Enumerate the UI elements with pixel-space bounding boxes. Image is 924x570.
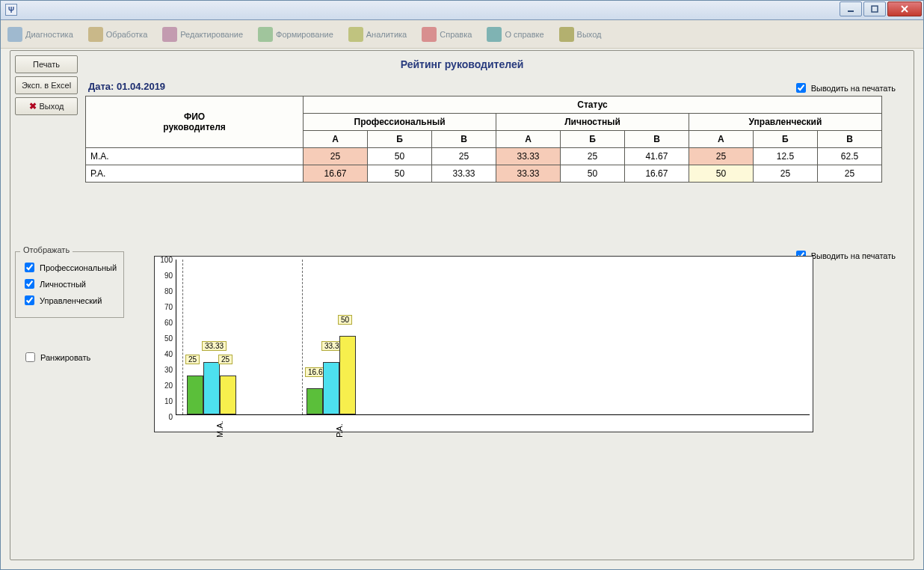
- x-tick-label: Р.А.: [335, 423, 344, 438]
- toolbar-icon: [258, 27, 273, 42]
- x-tick-label: М.А.: [215, 420, 224, 438]
- rank-toggle[interactable]: Ранжировать: [22, 350, 90, 364]
- chart-separator: [182, 260, 183, 414]
- bar-chart: 0102030405060708090100 2533.332516.6733.…: [154, 256, 813, 432]
- minimize-button[interactable]: [840, 1, 862, 16]
- display-filter[interactable]: Личностный: [22, 277, 119, 291]
- y-tick: 60: [155, 319, 176, 327]
- data-cell: 33.33: [432, 165, 496, 183]
- display-group-legend: Отображать: [20, 245, 73, 254]
- row-name: М.А.: [86, 148, 304, 165]
- y-tick: 40: [155, 350, 176, 358]
- bar-value-label: 50: [338, 315, 352, 325]
- data-cell: 25: [817, 165, 881, 183]
- toolbar-icon: [559, 27, 574, 42]
- display-filter-checkbox[interactable]: [25, 295, 34, 305]
- chart-bar: [220, 376, 236, 415]
- toolbar-item[interactable]: Обработка: [84, 22, 155, 46]
- display-filter-label: Профессиональный: [40, 263, 117, 272]
- y-tick: 0: [155, 413, 176, 421]
- display-filter-checkbox[interactable]: [25, 279, 34, 289]
- sub-header: А: [496, 131, 561, 148]
- data-cell: 33.33: [496, 165, 561, 183]
- display-group: Отображать ПрофессиональныйЛичностныйУпр…: [15, 251, 124, 318]
- toolbar-item[interactable]: О справке: [483, 22, 552, 46]
- y-tick: 70: [155, 303, 176, 311]
- toolbar-icon: [162, 27, 177, 42]
- rating-table: ФИО руководителя Статус Профессиональный…: [85, 96, 905, 183]
- toolbar-label: Обработка: [106, 30, 147, 39]
- data-cell: 12.5: [753, 148, 817, 165]
- display-filter-checkbox[interactable]: [25, 263, 34, 272]
- toolbar-item[interactable]: Редактирование: [158, 22, 251, 46]
- col-header-status: Статус: [304, 96, 882, 114]
- app-window: Ψ ДиагностикаОбработкаРедактированиеФорм…: [0, 0, 924, 570]
- table-row: М.А.25502533.332541.672512.562.5: [86, 148, 882, 165]
- chart-bar: [187, 376, 203, 415]
- chart-separator: [302, 260, 303, 414]
- y-tick: 90: [155, 272, 176, 280]
- toolbar-item[interactable]: Справка: [418, 22, 480, 46]
- print-toggle-top-checkbox[interactable]: [796, 83, 806, 93]
- close-button[interactable]: [887, 1, 922, 16]
- sub-header: А: [689, 131, 753, 148]
- print-toggle-top-label: Выводить на печатать: [811, 84, 896, 93]
- display-filter-label: Личностный: [40, 280, 86, 289]
- exit-button[interactable]: ✖ Выход: [15, 97, 78, 115]
- group-header: Личностный: [496, 114, 689, 131]
- toolbar-item[interactable]: Аналитика: [345, 22, 415, 46]
- close-icon: ✖: [29, 98, 37, 114]
- maximize-button[interactable]: [863, 1, 886, 16]
- print-toggle-chart-label: Выводить на печатать: [811, 251, 896, 260]
- chart-bar: [307, 388, 323, 414]
- rank-checkbox[interactable]: [25, 352, 35, 362]
- toolbar-item[interactable]: Формирование: [254, 22, 342, 46]
- toolbar-label: Аналитика: [366, 30, 407, 39]
- table-row: Р.А.16.675033.3333.335016.67502525: [86, 165, 882, 183]
- toolbar-item[interactable]: Диагностика: [4, 22, 81, 46]
- app-icon: Ψ: [5, 4, 17, 16]
- export-excel-button[interactable]: Эксп. в Excel: [15, 76, 78, 94]
- display-filter[interactable]: Управленческий: [22, 293, 119, 307]
- y-tick: 80: [155, 287, 176, 295]
- toolbar-label: Формирование: [276, 30, 333, 39]
- toolbar-label: О справке: [505, 30, 543, 39]
- toolbar-icon: [88, 27, 103, 42]
- toolbar-icon: [487, 27, 502, 42]
- bar-value-label: 25: [218, 355, 232, 364]
- col-header-fio: ФИО руководителя: [86, 96, 304, 148]
- chart-bar: [203, 362, 220, 414]
- toolbar-item[interactable]: Выход: [555, 22, 610, 46]
- toolbar-icon: [7, 27, 22, 42]
- data-cell: 62.5: [817, 148, 881, 165]
- group-header: Управленческий: [689, 114, 881, 131]
- y-tick: 20: [155, 381, 176, 390]
- data-cell: 41.67: [624, 148, 689, 165]
- data-cell: 16.67: [624, 165, 689, 183]
- group-header: Профессиональный: [304, 114, 496, 131]
- toolbar-label: Редактирование: [180, 30, 243, 39]
- svg-rect-1: [872, 6, 878, 12]
- toolbar-label: Справка: [440, 30, 472, 39]
- main-toolbar: ДиагностикаОбработкаРедактированиеФормир…: [1, 20, 923, 49]
- bar-value-label: 25: [185, 355, 200, 364]
- sub-header: Б: [560, 131, 624, 148]
- sub-header: А: [304, 131, 368, 148]
- sub-header: Б: [753, 131, 817, 148]
- data-cell: 25: [432, 148, 496, 165]
- y-tick: 10: [155, 397, 176, 405]
- toolbar-icon: [348, 27, 363, 42]
- toolbar-label: Выход: [577, 30, 602, 39]
- svg-line-2: [902, 6, 908, 12]
- y-tick: 30: [155, 366, 176, 374]
- data-cell: 25: [304, 148, 368, 165]
- sub-header: В: [817, 131, 881, 148]
- bar-value-label: 33.33: [202, 341, 227, 351]
- display-filter[interactable]: Профессиональный: [22, 260, 119, 275]
- data-cell: 16.67: [304, 165, 368, 183]
- sub-header: В: [624, 131, 689, 148]
- data-cell: 50: [368, 148, 432, 165]
- data-cell: 25: [753, 165, 817, 183]
- print-toggle-top[interactable]: Выводить на печатать: [793, 81, 896, 95]
- toolbar-label: Диагностика: [25, 30, 73, 39]
